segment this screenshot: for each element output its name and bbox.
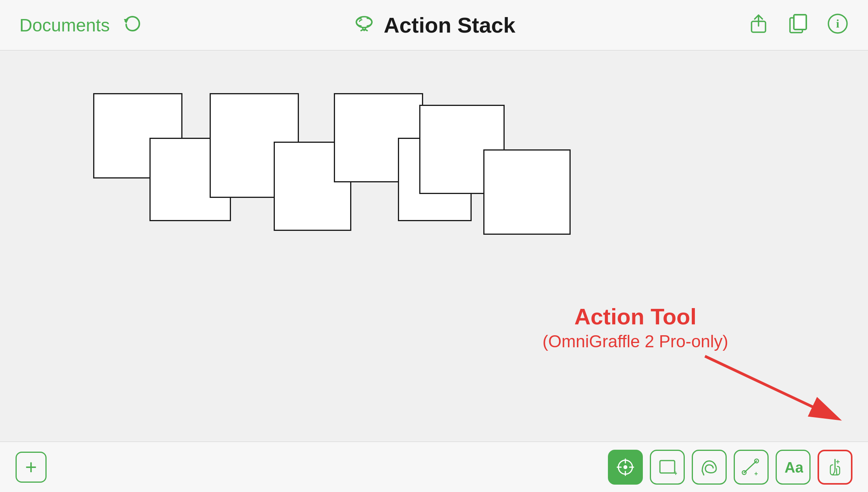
shape-8 xyxy=(483,149,571,235)
header-left: Documents xyxy=(19,14,155,37)
svg-point-11 xyxy=(623,465,627,469)
svg-text:+: + xyxy=(754,470,758,477)
toolbar-right: + + Aa xyxy=(608,450,852,485)
header-right: i xyxy=(713,12,849,38)
toolbar-left: + xyxy=(16,452,608,483)
documents-button[interactable]: Documents xyxy=(19,15,110,36)
toolbar: + + xyxy=(0,442,868,492)
svg-text:Aa: Aa xyxy=(785,459,803,476)
svg-marker-0 xyxy=(124,19,128,24)
header-center: Action Stack xyxy=(155,11,713,39)
svg-text:+: + xyxy=(674,470,677,476)
sync-icon xyxy=(352,11,376,39)
share-button[interactable] xyxy=(748,13,769,38)
page-title: Action Stack xyxy=(384,12,515,38)
duplicate-button[interactable] xyxy=(787,12,809,38)
lasso-tool-button[interactable] xyxy=(692,450,727,485)
diagram-container xyxy=(93,93,520,279)
svg-line-9 xyxy=(705,356,837,418)
line-tool-button[interactable]: + xyxy=(734,450,769,485)
action-tool-button[interactable]: + xyxy=(818,450,852,485)
svg-rect-4 xyxy=(794,15,806,29)
svg-rect-16 xyxy=(660,461,675,473)
undo-button[interactable] xyxy=(122,14,142,37)
callout-title: Action Tool xyxy=(543,303,728,330)
info-button[interactable]: i xyxy=(827,13,849,38)
shape-tool-button[interactable]: + xyxy=(650,450,685,485)
add-button[interactable]: + xyxy=(16,452,47,483)
svg-text:i: i xyxy=(836,17,839,30)
callout: Action Tool (OmniGraffle 2 Pro-only) xyxy=(543,303,728,352)
callout-subtitle: (OmniGraffle 2 Pro-only) xyxy=(543,330,728,352)
svg-text:+: + xyxy=(836,458,840,466)
select-tool-button[interactable] xyxy=(608,450,643,485)
text-tool-button[interactable]: Aa xyxy=(776,450,811,485)
canvas[interactable]: Action Tool (OmniGraffle 2 Pro-only) xyxy=(0,50,868,442)
header: Documents Action Stack xyxy=(0,0,868,50)
